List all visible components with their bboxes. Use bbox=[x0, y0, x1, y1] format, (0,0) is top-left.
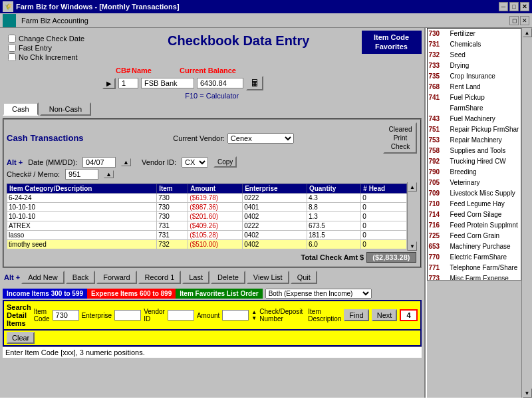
cleared-print-check-button[interactable]: ClearedPrintCheck bbox=[383, 122, 417, 154]
fav-code: 792 bbox=[429, 156, 448, 167]
vendor-id-search-input[interactable] bbox=[168, 310, 194, 321]
table-scrollbar[interactable]: ▲ ▼ bbox=[407, 182, 418, 251]
fav-code: 716 bbox=[429, 220, 448, 231]
favorites-list-item[interactable]: 725Feed Corn Grain bbox=[428, 231, 521, 241]
menu-close-button[interactable]: ✕ bbox=[520, 16, 529, 25]
fav-scroll-down[interactable]: ▼ bbox=[523, 388, 532, 398]
vendor-name-select[interactable]: Cenex bbox=[227, 133, 294, 144]
cell-head: 0 bbox=[361, 240, 406, 249]
record1-button[interactable]: Record 1 bbox=[138, 271, 182, 284]
table-row[interactable]: 6-24-24 730 ($619.78) 0222 4.3 0 bbox=[7, 194, 407, 203]
menu-bar: Farm Biz Accounting ◻ ✕ bbox=[0, 13, 532, 28]
cell-amount: ($105.28) bbox=[188, 231, 243, 240]
cell-enterprise: 0402 bbox=[243, 240, 307, 249]
table-row[interactable]: lasso 731 ($105.28) 0402 181.5 0 bbox=[7, 231, 407, 240]
clear-button[interactable]: Clear bbox=[7, 332, 35, 344]
favorites-list-item[interactable]: 792Trucking Hired CW bbox=[428, 156, 521, 167]
favorites-list-item[interactable]: 771Telephone Farm/Share bbox=[428, 263, 521, 273]
cb-number-input[interactable] bbox=[118, 78, 138, 88]
no-chk-increment-label: No Chk Increment bbox=[19, 53, 78, 61]
favorites-list-item[interactable]: 710Feed Legume Hay bbox=[428, 199, 521, 209]
add-new-button[interactable]: Add New bbox=[21, 271, 65, 284]
table-row[interactable]: 10-10-10 730 ($987.36) 0401 8.8 0 bbox=[7, 203, 407, 212]
calculator-icon-button[interactable]: 🖩 bbox=[246, 76, 263, 90]
favorites-list-item[interactable]: 753Repair Machinery bbox=[428, 135, 521, 146]
bank-name-input[interactable] bbox=[141, 78, 194, 88]
fav-name: Livestock Misc Supply bbox=[450, 188, 520, 199]
cell-enterprise: 0401 bbox=[243, 203, 307, 212]
fav-name: Feed Corn Grain bbox=[450, 231, 520, 241]
find-button[interactable]: Find bbox=[344, 309, 368, 321]
matches-value: 4 bbox=[400, 309, 417, 321]
fav-name: Misc Farm Expense bbox=[450, 273, 520, 281]
last-button[interactable]: Last bbox=[182, 271, 209, 284]
cell-item: 732 bbox=[157, 240, 188, 249]
cell-category: timothy seed bbox=[7, 240, 157, 249]
table-row[interactable]: ATREX 731 ($409.26) 0222 673.5 0 bbox=[7, 221, 407, 231]
favorites-list-item[interactable]: 731Chemicals bbox=[428, 39, 521, 50]
favorites-order-select[interactable]: Both (Expense then Income) bbox=[265, 289, 372, 299]
fav-scroll-up[interactable]: ▲ bbox=[523, 28, 532, 37]
tab-noncash[interactable]: Non-Cash bbox=[40, 102, 92, 116]
favorites-list-item[interactable]: 716Feed Protein Supplmnt bbox=[428, 220, 521, 231]
back-button[interactable]: Back bbox=[66, 271, 95, 284]
favorites-list-item[interactable]: 733Drying bbox=[428, 61, 521, 71]
col-quantity: Quantity bbox=[307, 184, 360, 194]
favorites-list-item[interactable]: 741Fuel Pickup FarmShare bbox=[428, 92, 521, 114]
fav-code: 733 bbox=[429, 61, 448, 71]
favorites-list-item[interactable]: 730Fertilizer bbox=[428, 29, 521, 39]
minimize-button[interactable]: ─ bbox=[499, 2, 508, 11]
menu-restore-button[interactable]: ◻ bbox=[509, 16, 519, 25]
cash-section-title: Cash Transactions bbox=[7, 133, 84, 143]
favorites-header: Item CodeFavorites bbox=[362, 31, 422, 54]
fav-name: Rent Land bbox=[450, 82, 520, 92]
no-chk-increment-checkbox[interactable] bbox=[8, 53, 16, 61]
tab-cash[interactable]: Cash bbox=[3, 102, 39, 116]
close-button[interactable]: ✕ bbox=[520, 2, 529, 11]
fav-name: Machinery Purchase bbox=[450, 241, 520, 252]
fast-entry-checkbox[interactable] bbox=[8, 44, 16, 52]
item-code-search-input[interactable] bbox=[53, 310, 79, 321]
favorites-list-item[interactable]: 732Seed bbox=[428, 50, 521, 61]
scroll-up-arrow[interactable]: ▲ bbox=[408, 182, 417, 192]
favorites-scrollbar[interactable]: ▲ ▼ bbox=[521, 28, 532, 398]
status-message: Enter Item Code [xxx], 3 numeric positio… bbox=[3, 346, 422, 358]
check-up-arrow[interactable]: ▲ bbox=[104, 170, 114, 178]
check-memo-input[interactable] bbox=[65, 169, 98, 180]
balance-label: Current Balance bbox=[180, 66, 236, 74]
table-row[interactable]: timothy seed 732 ($510.00) 0402 6.0 0 bbox=[7, 240, 407, 249]
favorites-list-item[interactable]: 735Crop Insurance bbox=[428, 71, 521, 82]
cell-enterprise: 0402 bbox=[243, 231, 307, 240]
table-row[interactable]: 10-10-10 730 ($201.60) 0402 1.3 0 bbox=[7, 212, 407, 221]
favorites-list-item[interactable]: 743Fuel Machinery bbox=[428, 114, 521, 124]
title-text: Farm Biz for Windows - [Monthly Transact… bbox=[16, 3, 180, 11]
enterprise-label: Enterprise bbox=[82, 312, 112, 319]
quit-button[interactable]: Quit bbox=[291, 271, 317, 284]
delete-button[interactable]: Delete bbox=[211, 271, 245, 284]
change-check-date-checkbox[interactable] bbox=[8, 35, 16, 43]
favorites-list-item[interactable]: 790Breeding bbox=[428, 167, 521, 178]
view-list-button[interactable]: View List bbox=[247, 271, 289, 284]
favorites-list-item[interactable]: 653Machinery Purchase bbox=[428, 241, 521, 252]
favorites-list-item[interactable]: 751Repair Pickup FrmShar bbox=[428, 124, 521, 135]
favorites-list-item[interactable]: 714Feed Corn Silage bbox=[428, 209, 521, 220]
favorites-list-item[interactable]: 773Misc Farm Expense bbox=[428, 273, 521, 281]
play-button[interactable]: ▶ bbox=[102, 78, 116, 89]
favorites-list-item[interactable]: 768Rent Land bbox=[428, 82, 521, 92]
date-input[interactable] bbox=[82, 157, 116, 168]
favorites-list-item[interactable]: 758Supplies and Tools bbox=[428, 146, 521, 156]
forward-button[interactable]: Forward bbox=[96, 271, 136, 284]
copy-button[interactable]: Copy bbox=[213, 156, 237, 168]
fav-code: 743 bbox=[429, 114, 448, 124]
next-button[interactable]: Next bbox=[372, 309, 398, 321]
scroll-down-arrow[interactable]: ▼ bbox=[408, 241, 417, 251]
date-up-arrow[interactable]: ▲ bbox=[121, 158, 131, 166]
enterprise-search-input[interactable] bbox=[114, 310, 141, 321]
amount-search-input[interactable] bbox=[222, 310, 249, 321]
favorites-list-item[interactable]: 770Electric FarmShare bbox=[428, 252, 521, 263]
favorites-list-item[interactable]: 709Livestock Misc Supply bbox=[428, 188, 521, 199]
vendor-id-select[interactable]: CX bbox=[182, 157, 208, 168]
balance-input[interactable] bbox=[197, 78, 243, 88]
favorites-list-item[interactable]: 705Veterinary bbox=[428, 178, 521, 188]
maximize-button[interactable]: □ bbox=[509, 2, 519, 11]
